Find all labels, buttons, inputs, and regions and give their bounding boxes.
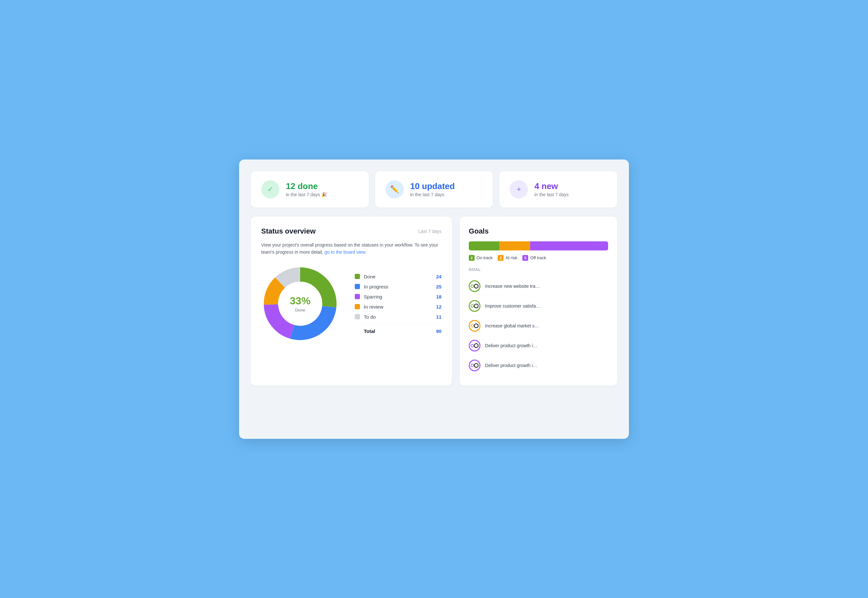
new-count: 4 new [534, 181, 568, 191]
donut-chart: 33% Done [261, 265, 339, 343]
goal-icon-1 [469, 280, 481, 292]
progress-off-track [530, 241, 608, 250]
legend-value-todo: 11 [436, 314, 441, 320]
progress-at-risk [499, 241, 530, 250]
at-risk-badge: 2 [497, 255, 503, 261]
stat-card-done: ✓ 12 done in the last 7 days 🎉 [251, 171, 369, 208]
goal-item-4[interactable]: Deliver product growth i… [469, 336, 608, 356]
legend-value-sparring: 18 [436, 294, 441, 299]
stat-card-updated: ✏️ 10 updated in the last 7 days [375, 171, 493, 208]
legend-color-done [355, 274, 360, 279]
goals-progress-legend: 2 On track 2 At risk 5 Off track [469, 255, 608, 261]
progress-on-track [469, 241, 499, 250]
off-track-badge: 5 [522, 255, 528, 261]
done-sub: in the last 7 days 🎉 [286, 192, 327, 197]
goal-item-3[interactable]: Increase global market s… [469, 316, 608, 336]
status-card-header: Status overview Last 7 days [261, 227, 441, 236]
updated-sub: in the last 7 days [410, 192, 455, 197]
goals-card: Goals 2 On track 2 At risk 5 Of [460, 217, 617, 386]
on-track-label: On track [477, 255, 493, 260]
legend-item-inreview: In review 12 [355, 304, 441, 309]
status-title: Status overview [261, 227, 316, 236]
goal-icon-4 [469, 340, 481, 351]
goal-icon-5 [469, 360, 481, 371]
goal-name-2: Improve customer satisfa… [485, 303, 540, 309]
legend-color-sparring [355, 294, 360, 299]
legend-color-inprogress [355, 284, 360, 289]
goal-name-4: Deliver product growth i… [485, 343, 537, 348]
total-value: 90 [436, 328, 441, 334]
done-icon: ✓ [261, 180, 279, 199]
total-label: Total [364, 328, 436, 334]
goal-name-1: Increase new website tra… [485, 284, 540, 289]
stat-cards-row: ✓ 12 done in the last 7 days 🎉 ✏️ 10 upd… [251, 171, 617, 208]
legend-value-done: 24 [436, 274, 441, 280]
donut-center: 33% Done [290, 295, 311, 312]
goal-name-3: Increase global market s… [485, 323, 539, 328]
legend-at-risk: 2 At risk [497, 255, 517, 261]
donut-percent: 33% [290, 295, 311, 307]
legend-item-sparring: Sparring 18 [355, 294, 441, 299]
board-view-link[interactable]: go to the board view. [324, 250, 366, 255]
at-risk-label: At risk [505, 255, 517, 260]
updated-icon: ✏️ [385, 180, 404, 199]
updated-count: 10 updated [410, 181, 455, 191]
status-description: View your project's overall progress bas… [261, 241, 441, 256]
app-window: ✓ 12 done in the last 7 days 🎉 ✏️ 10 upd… [239, 160, 629, 439]
legend-total-row: Total 90 [355, 324, 441, 334]
goal-item-1[interactable]: Increase new website tra… [469, 277, 608, 296]
chart-legend: Done 24 In progress 25 Sparring 18 [355, 274, 441, 334]
legend-off-track: 5 Off track [522, 255, 546, 261]
goal-item-2[interactable]: Improve customer satisfa… [469, 296, 608, 316]
done-count: 12 done [286, 181, 327, 191]
goals-progress-bar [469, 241, 608, 250]
goals-title: Goals [469, 227, 608, 236]
legend-item-inprogress: In progress 25 [355, 284, 441, 289]
legend-color-todo [355, 314, 360, 319]
legend-name-sparring: Sparring [364, 294, 436, 299]
goal-name-5: Deliver product growth i… [485, 363, 537, 368]
new-icon: + [510, 180, 528, 199]
legend-value-inreview: 12 [436, 304, 441, 309]
goal-icon-2 [469, 300, 481, 312]
main-content: Status overview Last 7 days View your pr… [251, 217, 617, 386]
goal-item-5[interactable]: Deliver product growth i… [469, 356, 608, 375]
stat-card-new: + 4 new in the last 7 days [499, 171, 617, 208]
legend-item-todo: To do 11 [355, 314, 441, 320]
legend-item-done: Done 24 [355, 274, 441, 280]
legend-name-inprogress: In progress [364, 284, 436, 289]
off-track-label: Off track [530, 255, 546, 260]
legend-color-inreview [355, 304, 360, 309]
donut-center-label: Done [290, 308, 311, 312]
legend-name-inreview: In review [364, 304, 436, 309]
legend-name-todo: To do [364, 314, 436, 320]
new-sub: in the last 7 days [534, 192, 568, 197]
legend-value-inprogress: 25 [436, 284, 441, 289]
goals-col-header: Goal [469, 267, 608, 272]
status-period: Last 7 days [418, 229, 441, 234]
chart-area: 33% Done Done 24 In progress 25 [261, 265, 441, 343]
goal-icon-3 [469, 320, 481, 332]
legend-name-done: Done [364, 274, 436, 280]
status-overview-card: Status overview Last 7 days View your pr… [251, 217, 452, 386]
legend-on-track: 2 On track [469, 255, 493, 261]
on-track-badge: 2 [469, 255, 475, 261]
